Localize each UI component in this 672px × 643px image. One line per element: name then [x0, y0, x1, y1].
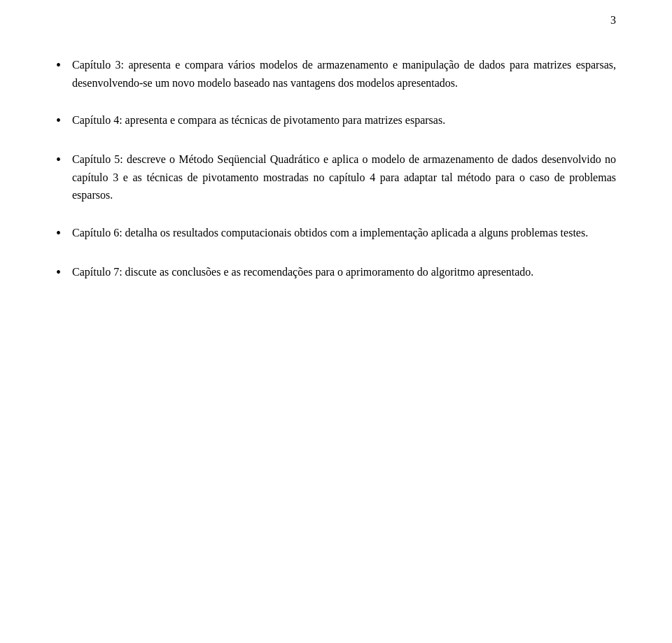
bullet-list: •Capítulo 3: apresenta e compara vários … [56, 56, 616, 283]
bullet-item-cap7: •Capítulo 7: discute as conclusões e as … [56, 263, 616, 283]
bullet-item-cap5: •Capítulo 5: descreve o Método Seqüencia… [56, 150, 616, 204]
bullet-item-cap6: •Capítulo 6: detalha os resultados compu… [56, 224, 616, 243]
bullet-text-cap6: Capítulo 6: detalha os resultados comput… [72, 224, 616, 242]
bullet-item-cap3: •Capítulo 3: apresenta e compara vários … [56, 56, 616, 92]
page-container: 3 •Capítulo 3: apresenta e compara vário… [0, 0, 672, 643]
bullet-text-cap3: Capítulo 3: apresenta e compara vários m… [72, 56, 616, 92]
bullet-text-cap5: Capítulo 5: descreve o Método Seqüencial… [72, 150, 616, 204]
page-number: 3 [610, 14, 616, 27]
bullet-dot-icon: • [56, 110, 61, 131]
bullet-item-cap4: •Capítulo 4: apresenta e compara as técn… [56, 111, 616, 131]
bullet-dot-icon: • [56, 262, 61, 283]
bullet-text-cap4: Capítulo 4: apresenta e compara as técni… [72, 111, 616, 129]
content-area: •Capítulo 3: apresenta e compara vários … [56, 56, 616, 283]
bullet-dot-icon: • [56, 55, 61, 76]
bullet-dot-icon: • [56, 222, 61, 243]
bullet-text-cap7: Capítulo 7: discute as conclusões e as r… [72, 263, 616, 281]
bullet-dot-icon: • [56, 149, 61, 170]
